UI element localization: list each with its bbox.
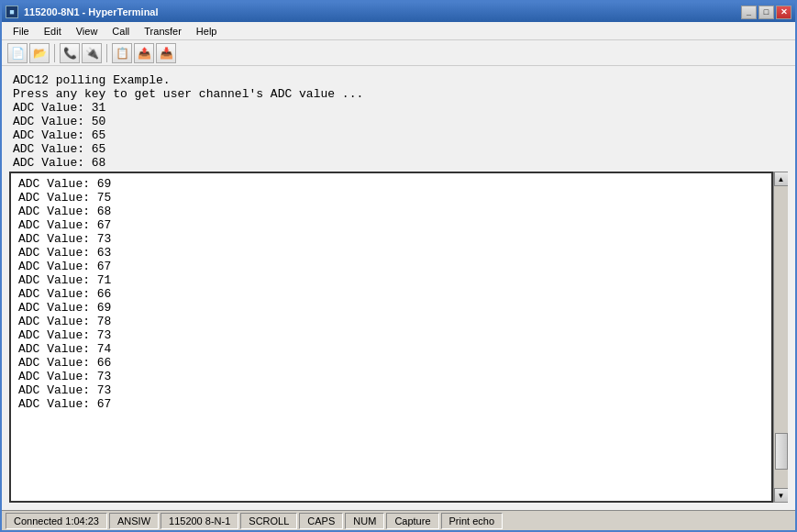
terminal-line-2: ADC Value: 31 xyxy=(13,101,784,115)
scroll-down-button[interactable]: ▼ xyxy=(774,488,789,503)
terminal-line-4: ADC Value: 65 xyxy=(13,128,784,142)
terminal-b-line-5: ADC Value: 63 xyxy=(18,246,764,260)
terminal-b-line-8: ADC Value: 66 xyxy=(18,287,764,301)
title-icon: ■ xyxy=(6,6,18,18)
status-connected: Connected 1:04:23 xyxy=(6,513,107,529)
terminal-b-line-2: ADC Value: 68 xyxy=(18,205,764,218)
menu-help[interactable]: Help xyxy=(189,24,225,39)
menu-transfer[interactable]: Transfer xyxy=(137,24,189,39)
status-bar: Connected 1:04:23 ANSIW 115200 8-N-1 SCR… xyxy=(2,510,795,530)
terminal-line-3: ADC Value: 50 xyxy=(13,115,784,128)
terminal-b-line-14: ADC Value: 73 xyxy=(18,370,764,383)
terminal-bottom-wrapper: ADC Value: 69 ADC Value: 75 ADC Value: 6… xyxy=(9,172,788,503)
window-title: 115200-8N1 - HyperTerminal xyxy=(24,6,159,17)
terminal-b-line-13: ADC Value: 66 xyxy=(18,356,764,370)
terminal-b-line-15: ADC Value: 73 xyxy=(18,383,764,397)
status-baud: 115200 8-N-1 xyxy=(161,513,238,529)
send-button[interactable]: 📤 xyxy=(134,43,154,63)
hangup-button[interactable]: 🔌 xyxy=(82,43,102,63)
status-print-echo: Print echo xyxy=(441,513,504,529)
terminal-top: ADC12 polling Example. Press any key to … xyxy=(2,66,795,172)
terminal-line-1: Press any key to get user channel's ADC … xyxy=(13,87,784,101)
terminal-b-line-10: ADC Value: 78 xyxy=(18,315,764,328)
properties-button[interactable]: 📋 xyxy=(112,43,132,63)
menu-file[interactable]: File xyxy=(6,24,37,39)
scroll-thumb[interactable] xyxy=(775,433,788,470)
scroll-up-button[interactable]: ▲ xyxy=(774,172,789,186)
toolbar: 📄 📂 📞 🔌 📋 📤 📥 xyxy=(2,40,795,66)
terminal-b-line-12: ADC Value: 74 xyxy=(18,342,764,356)
status-caps: CAPS xyxy=(299,513,343,529)
main-area: ADC12 polling Example. Press any key to … xyxy=(2,66,795,510)
terminal-b-line-1: ADC Value: 75 xyxy=(18,191,764,205)
status-num: NUM xyxy=(345,513,384,529)
menu-view[interactable]: View xyxy=(69,24,105,39)
window-frame: ■ 115200-8N1 - HyperTerminal _ □ ✕ File … xyxy=(0,0,797,532)
close-button[interactable]: ✕ xyxy=(776,6,791,19)
menu-call[interactable]: Call xyxy=(105,24,137,39)
dial-button[interactable]: 📞 xyxy=(60,43,80,63)
terminal-b-line-3: ADC Value: 67 xyxy=(18,218,764,232)
maximize-button[interactable]: □ xyxy=(758,6,774,19)
terminal-b-line-7: ADC Value: 71 xyxy=(18,273,764,287)
menu-bar: File Edit View Call Transfer Help xyxy=(2,22,795,40)
receive-button[interactable]: 📥 xyxy=(156,43,176,63)
status-scroll: SCROLL xyxy=(240,513,297,529)
status-capture: Capture xyxy=(386,513,438,529)
terminal-b-line-11: ADC Value: 73 xyxy=(18,328,764,342)
menu-edit[interactable]: Edit xyxy=(37,24,69,39)
terminal-line-5: ADC Value: 65 xyxy=(13,142,784,156)
terminal-b-line-4: ADC Value: 73 xyxy=(18,232,764,246)
status-encoding: ANSIW xyxy=(109,513,159,529)
open-button[interactable]: 📂 xyxy=(29,43,50,63)
terminal-b-line-6: ADC Value: 67 xyxy=(18,260,764,273)
title-bar: ■ 115200-8N1 - HyperTerminal _ □ ✕ xyxy=(2,2,795,22)
terminal-line-0: ADC12 polling Example. xyxy=(13,73,784,87)
terminal-b-line-0: ADC Value: 69 xyxy=(18,177,764,191)
scrollbar[interactable]: ▲ ▼ xyxy=(773,172,788,503)
new-button[interactable]: 📄 xyxy=(7,43,28,63)
terminal-b-line-9: ADC Value: 69 xyxy=(18,301,764,315)
terminal-line-6: ADC Value: 68 xyxy=(13,156,784,170)
scroll-track[interactable] xyxy=(774,186,789,488)
terminal-bottom: ADC Value: 69 ADC Value: 75 ADC Value: 6… xyxy=(9,172,773,503)
minimize-button[interactable]: _ xyxy=(741,6,757,19)
terminal-b-line-16: ADC Value: 67 xyxy=(18,397,764,411)
